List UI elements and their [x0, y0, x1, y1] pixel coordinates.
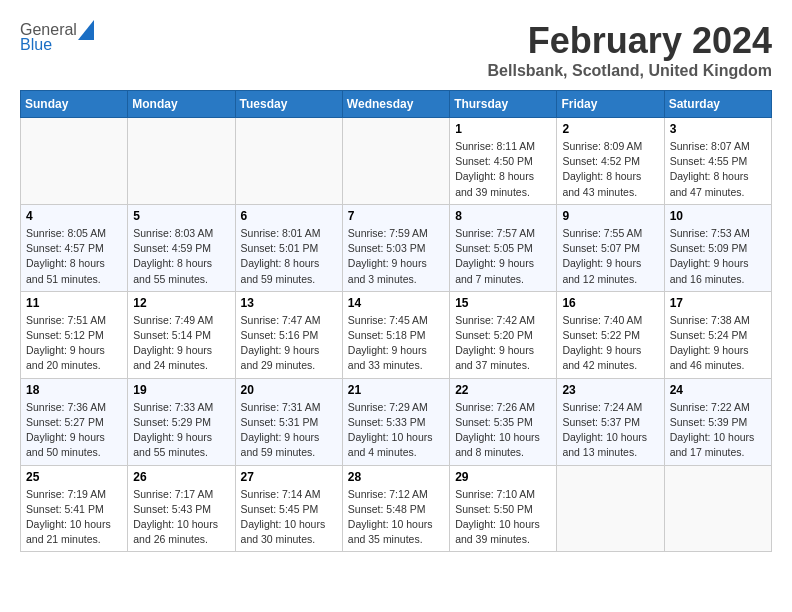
day-number: 21 — [348, 383, 444, 397]
day-number: 8 — [455, 209, 551, 223]
day-info: Sunrise: 7:40 AM Sunset: 5:22 PM Dayligh… — [562, 313, 658, 374]
day-number: 28 — [348, 470, 444, 484]
calendar-week-row: 11Sunrise: 7:51 AM Sunset: 5:12 PM Dayli… — [21, 291, 772, 378]
day-number: 3 — [670, 122, 766, 136]
location-title: Bellsbank, Scotland, United Kingdom — [488, 62, 772, 80]
calendar-cell — [342, 118, 449, 205]
logo-blue-text: Blue — [20, 36, 52, 54]
day-number: 10 — [670, 209, 766, 223]
calendar-cell: 17Sunrise: 7:38 AM Sunset: 5:24 PM Dayli… — [664, 291, 771, 378]
day-info: Sunrise: 7:31 AM Sunset: 5:31 PM Dayligh… — [241, 400, 337, 461]
day-number: 5 — [133, 209, 229, 223]
day-info: Sunrise: 7:14 AM Sunset: 5:45 PM Dayligh… — [241, 487, 337, 548]
calendar-cell — [557, 465, 664, 552]
calendar-cell: 5Sunrise: 8:03 AM Sunset: 4:59 PM Daylig… — [128, 204, 235, 291]
calendar-cell: 13Sunrise: 7:47 AM Sunset: 5:16 PM Dayli… — [235, 291, 342, 378]
calendar-cell: 23Sunrise: 7:24 AM Sunset: 5:37 PM Dayli… — [557, 378, 664, 465]
svg-marker-0 — [78, 20, 94, 40]
logo-triangle-icon — [78, 20, 94, 40]
calendar-cell: 8Sunrise: 7:57 AM Sunset: 5:05 PM Daylig… — [450, 204, 557, 291]
day-info: Sunrise: 7:29 AM Sunset: 5:33 PM Dayligh… — [348, 400, 444, 461]
day-info: Sunrise: 7:19 AM Sunset: 5:41 PM Dayligh… — [26, 487, 122, 548]
day-info: Sunrise: 7:59 AM Sunset: 5:03 PM Dayligh… — [348, 226, 444, 287]
calendar-cell: 16Sunrise: 7:40 AM Sunset: 5:22 PM Dayli… — [557, 291, 664, 378]
calendar-cell: 10Sunrise: 7:53 AM Sunset: 5:09 PM Dayli… — [664, 204, 771, 291]
day-info: Sunrise: 7:47 AM Sunset: 5:16 PM Dayligh… — [241, 313, 337, 374]
logo: General Blue — [20, 20, 95, 54]
day-number: 22 — [455, 383, 551, 397]
calendar-cell: 11Sunrise: 7:51 AM Sunset: 5:12 PM Dayli… — [21, 291, 128, 378]
day-info: Sunrise: 8:09 AM Sunset: 4:52 PM Dayligh… — [562, 139, 658, 200]
day-info: Sunrise: 8:03 AM Sunset: 4:59 PM Dayligh… — [133, 226, 229, 287]
day-number: 25 — [26, 470, 122, 484]
title-area: February 2024 Bellsbank, Scotland, Unite… — [488, 20, 772, 80]
day-info: Sunrise: 7:22 AM Sunset: 5:39 PM Dayligh… — [670, 400, 766, 461]
day-info: Sunrise: 8:05 AM Sunset: 4:57 PM Dayligh… — [26, 226, 122, 287]
day-info: Sunrise: 7:53 AM Sunset: 5:09 PM Dayligh… — [670, 226, 766, 287]
day-number: 6 — [241, 209, 337, 223]
day-number: 23 — [562, 383, 658, 397]
weekday-header-wednesday: Wednesday — [342, 91, 449, 118]
calendar-cell — [21, 118, 128, 205]
day-info: Sunrise: 7:12 AM Sunset: 5:48 PM Dayligh… — [348, 487, 444, 548]
calendar-cell: 7Sunrise: 7:59 AM Sunset: 5:03 PM Daylig… — [342, 204, 449, 291]
day-info: Sunrise: 7:33 AM Sunset: 5:29 PM Dayligh… — [133, 400, 229, 461]
day-info: Sunrise: 7:57 AM Sunset: 5:05 PM Dayligh… — [455, 226, 551, 287]
day-number: 29 — [455, 470, 551, 484]
calendar-header-row: SundayMondayTuesdayWednesdayThursdayFrid… — [21, 91, 772, 118]
calendar-cell: 14Sunrise: 7:45 AM Sunset: 5:18 PM Dayli… — [342, 291, 449, 378]
day-info: Sunrise: 7:42 AM Sunset: 5:20 PM Dayligh… — [455, 313, 551, 374]
weekday-header-tuesday: Tuesday — [235, 91, 342, 118]
day-info: Sunrise: 7:36 AM Sunset: 5:27 PM Dayligh… — [26, 400, 122, 461]
calendar-cell: 25Sunrise: 7:19 AM Sunset: 5:41 PM Dayli… — [21, 465, 128, 552]
calendar-cell: 20Sunrise: 7:31 AM Sunset: 5:31 PM Dayli… — [235, 378, 342, 465]
day-number: 17 — [670, 296, 766, 310]
calendar-week-row: 18Sunrise: 7:36 AM Sunset: 5:27 PM Dayli… — [21, 378, 772, 465]
day-number: 20 — [241, 383, 337, 397]
day-number: 14 — [348, 296, 444, 310]
calendar-cell: 3Sunrise: 8:07 AM Sunset: 4:55 PM Daylig… — [664, 118, 771, 205]
calendar-week-row: 4Sunrise: 8:05 AM Sunset: 4:57 PM Daylig… — [21, 204, 772, 291]
day-number: 16 — [562, 296, 658, 310]
calendar-cell: 26Sunrise: 7:17 AM Sunset: 5:43 PM Dayli… — [128, 465, 235, 552]
calendar-cell: 2Sunrise: 8:09 AM Sunset: 4:52 PM Daylig… — [557, 118, 664, 205]
calendar-week-row: 25Sunrise: 7:19 AM Sunset: 5:41 PM Dayli… — [21, 465, 772, 552]
calendar-cell: 18Sunrise: 7:36 AM Sunset: 5:27 PM Dayli… — [21, 378, 128, 465]
day-number: 1 — [455, 122, 551, 136]
calendar-cell: 19Sunrise: 7:33 AM Sunset: 5:29 PM Dayli… — [128, 378, 235, 465]
day-info: Sunrise: 7:38 AM Sunset: 5:24 PM Dayligh… — [670, 313, 766, 374]
day-number: 18 — [26, 383, 122, 397]
day-info: Sunrise: 8:01 AM Sunset: 5:01 PM Dayligh… — [241, 226, 337, 287]
calendar-cell: 24Sunrise: 7:22 AM Sunset: 5:39 PM Dayli… — [664, 378, 771, 465]
calendar-cell: 27Sunrise: 7:14 AM Sunset: 5:45 PM Dayli… — [235, 465, 342, 552]
day-number: 11 — [26, 296, 122, 310]
day-info: Sunrise: 7:24 AM Sunset: 5:37 PM Dayligh… — [562, 400, 658, 461]
day-number: 12 — [133, 296, 229, 310]
day-number: 2 — [562, 122, 658, 136]
calendar-cell: 1Sunrise: 8:11 AM Sunset: 4:50 PM Daylig… — [450, 118, 557, 205]
calendar-cell: 29Sunrise: 7:10 AM Sunset: 5:50 PM Dayli… — [450, 465, 557, 552]
day-info: Sunrise: 8:07 AM Sunset: 4:55 PM Dayligh… — [670, 139, 766, 200]
day-info: Sunrise: 7:45 AM Sunset: 5:18 PM Dayligh… — [348, 313, 444, 374]
calendar-cell: 4Sunrise: 8:05 AM Sunset: 4:57 PM Daylig… — [21, 204, 128, 291]
day-info: Sunrise: 7:51 AM Sunset: 5:12 PM Dayligh… — [26, 313, 122, 374]
day-number: 26 — [133, 470, 229, 484]
day-number: 13 — [241, 296, 337, 310]
day-info: Sunrise: 7:10 AM Sunset: 5:50 PM Dayligh… — [455, 487, 551, 548]
day-number: 9 — [562, 209, 658, 223]
calendar-cell: 15Sunrise: 7:42 AM Sunset: 5:20 PM Dayli… — [450, 291, 557, 378]
day-info: Sunrise: 7:17 AM Sunset: 5:43 PM Dayligh… — [133, 487, 229, 548]
day-number: 4 — [26, 209, 122, 223]
header: General Blue February 2024 Bellsbank, Sc… — [20, 20, 772, 80]
day-info: Sunrise: 7:26 AM Sunset: 5:35 PM Dayligh… — [455, 400, 551, 461]
calendar-week-row: 1Sunrise: 8:11 AM Sunset: 4:50 PM Daylig… — [21, 118, 772, 205]
day-number: 19 — [133, 383, 229, 397]
day-number: 15 — [455, 296, 551, 310]
weekday-header-thursday: Thursday — [450, 91, 557, 118]
calendar-table: SundayMondayTuesdayWednesdayThursdayFrid… — [20, 90, 772, 552]
calendar-cell: 21Sunrise: 7:29 AM Sunset: 5:33 PM Dayli… — [342, 378, 449, 465]
day-number: 27 — [241, 470, 337, 484]
weekday-header-saturday: Saturday — [664, 91, 771, 118]
weekday-header-friday: Friday — [557, 91, 664, 118]
day-number: 7 — [348, 209, 444, 223]
